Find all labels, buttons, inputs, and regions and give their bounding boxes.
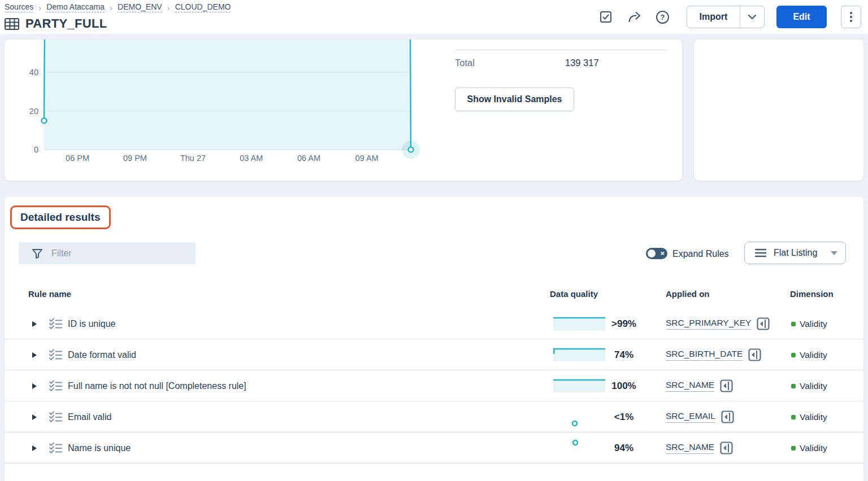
svg-text:0: 0 bbox=[34, 145, 38, 154]
open-preview-icon[interactable] bbox=[757, 317, 770, 330]
dimension-label: Validity bbox=[800, 319, 827, 329]
share-button[interactable] bbox=[627, 10, 642, 24]
rule-checklist-icon bbox=[49, 349, 62, 361]
show-invalid-samples-button[interactable]: Show Invalid Samples bbox=[455, 88, 574, 111]
row-expand-arrow-icon[interactable] bbox=[32, 383, 37, 389]
detailed-results-card: Detailed results × Expand Rules Flat Lis… bbox=[5, 196, 863, 481]
column-header: Applied on bbox=[666, 289, 710, 299]
rule-checklist-icon bbox=[49, 380, 62, 392]
hamburger-icon bbox=[755, 248, 766, 257]
overview-card: 0204006 PM09 PMThu 2703 AM06 AM09 AM Tot… bbox=[5, 40, 682, 181]
view-selector-value: Flat Listing bbox=[774, 248, 817, 258]
table-row: Date format valid74%SRC_BIRTH_DATEValidi… bbox=[5, 339, 863, 370]
kebab-icon bbox=[849, 11, 853, 23]
import-button[interactable]: Import bbox=[687, 6, 740, 28]
dimension-cell: Validity bbox=[791, 308, 827, 339]
breadcrumb-item[interactable]: CLOUD_DEMO bbox=[175, 2, 231, 12]
record-trend-chart[interactable]: 0204006 PM09 PMThu 2703 AM06 AM09 AM bbox=[5, 40, 434, 170]
applied-on-link[interactable]: SRC_EMAIL bbox=[666, 411, 715, 423]
svg-text:06 AM: 06 AM bbox=[297, 154, 320, 163]
filter-box bbox=[19, 242, 196, 264]
rule-name[interactable]: Email valid bbox=[68, 401, 111, 432]
app-root: Sources›Demo Ataccama›DEMO_ENV›CLOUD_DEM… bbox=[0, 0, 868, 481]
svg-text:40: 40 bbox=[29, 68, 38, 77]
open-preview-icon[interactable] bbox=[720, 379, 733, 392]
rule-name[interactable]: Full name is not not null [Completeness … bbox=[68, 370, 246, 401]
applied-on-cell: SRC_NAME bbox=[666, 432, 733, 463]
svg-text:03 AM: 03 AM bbox=[240, 154, 263, 163]
view-selector-dropdown[interactable]: Flat Listing bbox=[744, 242, 846, 264]
filter-input[interactable] bbox=[50, 248, 180, 259]
dimension-cell: Validity bbox=[791, 370, 827, 401]
import-split-button: Import bbox=[687, 6, 765, 28]
detailed-results-heading: Detailed results bbox=[20, 211, 101, 223]
edit-button[interactable]: Edit bbox=[776, 6, 827, 28]
breadcrumb: Sources›Demo Ataccama›DEMO_ENV›CLOUD_DEM… bbox=[5, 2, 231, 12]
share-arrow-icon bbox=[627, 10, 642, 24]
dimension-label: Validity bbox=[800, 412, 827, 422]
dimension-dot bbox=[791, 322, 796, 326]
dimension-dot bbox=[791, 353, 796, 357]
row-expand-arrow-icon[interactable] bbox=[32, 321, 37, 327]
row-expand-arrow-icon[interactable] bbox=[32, 445, 37, 451]
breadcrumb-item[interactable]: Demo Ataccama bbox=[46, 2, 105, 12]
dimension-label: Validity bbox=[800, 381, 827, 391]
rule-name[interactable]: Date format valid bbox=[68, 339, 136, 370]
column-header: Data quality bbox=[550, 289, 598, 299]
row-expand-arrow-icon[interactable] bbox=[32, 352, 37, 358]
rule-name[interactable]: ID is unique bbox=[68, 308, 116, 339]
dimension-cell: Validity bbox=[791, 339, 827, 370]
svg-text:09 PM: 09 PM bbox=[123, 154, 147, 163]
dimension-dot bbox=[791, 415, 796, 419]
open-preview-icon[interactable] bbox=[720, 441, 733, 454]
table-row: Name is unique94%SRC_NAMEValidity bbox=[5, 432, 863, 463]
breadcrumb-item[interactable]: Sources bbox=[5, 2, 33, 12]
dimension-cell: Validity bbox=[791, 401, 827, 432]
totals-divider bbox=[455, 50, 667, 50]
applied-on-link[interactable]: SRC_NAME bbox=[666, 442, 714, 454]
applied-on-link[interactable]: SRC_BIRTH_DATE bbox=[666, 349, 743, 361]
svg-text:09 AM: 09 AM bbox=[355, 154, 379, 163]
toggle-off-x-icon: × bbox=[660, 248, 665, 259]
breadcrumb-item[interactable]: DEMO_ENV bbox=[118, 2, 162, 12]
rules-table-header: Rule nameData qualityApplied onDimension bbox=[5, 282, 863, 308]
column-header: Dimension bbox=[790, 289, 834, 299]
dimension-label: Validity bbox=[800, 443, 827, 453]
open-preview-icon[interactable] bbox=[748, 348, 761, 361]
validate-button[interactable] bbox=[598, 10, 613, 24]
rule-name[interactable]: Name is unique bbox=[68, 432, 131, 463]
rules-table-body: ID is unique>99%SRC_PRIMARY_KEYValidityD… bbox=[5, 308, 863, 463]
rule-checklist-icon bbox=[49, 411, 62, 423]
applied-on-link[interactable]: SRC_PRIMARY_KEY bbox=[666, 318, 751, 330]
applied-on-link[interactable]: SRC_NAME bbox=[666, 380, 714, 392]
applied-on-cell: SRC_PRIMARY_KEY bbox=[666, 308, 770, 339]
breadcrumb-separator: › bbox=[167, 3, 170, 12]
table-row: ID is unique>99%SRC_PRIMARY_KEYValidity bbox=[5, 308, 863, 339]
dropdown-caret-icon bbox=[831, 251, 837, 255]
dimension-label: Validity bbox=[800, 350, 827, 360]
expand-rules-label: Expand Rules bbox=[672, 249, 729, 259]
expand-rules-toggle[interactable]: × bbox=[646, 248, 667, 259]
open-preview-icon[interactable] bbox=[721, 410, 734, 423]
svg-text:Thu 27: Thu 27 bbox=[180, 154, 206, 163]
breadcrumb-separator: › bbox=[110, 3, 112, 12]
table-row: Full name is not not null [Completeness … bbox=[5, 370, 863, 401]
total-label: Total bbox=[455, 58, 475, 68]
breadcrumb-separator: › bbox=[38, 3, 41, 12]
table-row: Email valid<1%SRC_EMAILValidity bbox=[5, 401, 863, 432]
more-actions-button[interactable] bbox=[841, 6, 861, 28]
help-button[interactable]: ? bbox=[655, 10, 670, 24]
toggle-knob bbox=[648, 250, 656, 257]
column-header: Rule name bbox=[28, 289, 71, 299]
svg-text:06 PM: 06 PM bbox=[66, 154, 89, 163]
page-title: PARTY_FULL bbox=[25, 16, 107, 31]
row-expand-arrow-icon[interactable] bbox=[32, 414, 37, 420]
applied-on-cell: SRC_EMAIL bbox=[666, 401, 734, 432]
funnel-icon bbox=[32, 248, 43, 259]
applied-on-cell: SRC_NAME bbox=[666, 370, 733, 401]
chevron-down-icon bbox=[748, 14, 757, 20]
side-card bbox=[694, 40, 863, 181]
svg-text:20: 20 bbox=[29, 107, 38, 116]
quality-value: 100% bbox=[590, 370, 658, 401]
import-dropdown-button[interactable] bbox=[740, 6, 764, 28]
